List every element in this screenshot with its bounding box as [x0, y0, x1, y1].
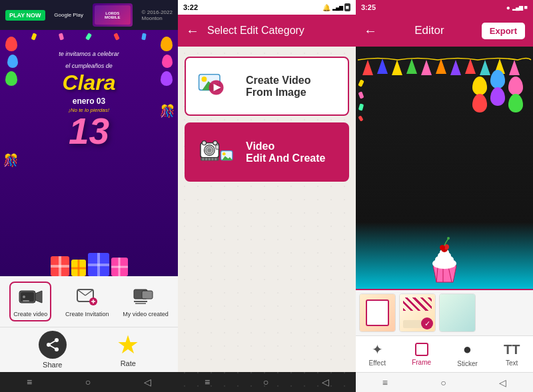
share-label: Share [43, 361, 62, 369]
effect-tool[interactable]: ✦ Effect [369, 341, 386, 367]
video-edit-icon [198, 137, 235, 167]
video-edit-create-card[interactable]: Video Edit And Create [185, 122, 349, 182]
create-invitation-label: Create Invitation [65, 311, 109, 317]
svg-line-19 [49, 345, 57, 349]
nav-back-icon[interactable]: ◁ [144, 377, 151, 387]
export-button[interactable]: Export [482, 23, 525, 39]
share-button[interactable]: Share [39, 331, 67, 369]
svg-rect-36 [211, 158, 213, 160]
ad-game-image: LORDSMOBILE [93, 3, 133, 27]
thumbnail-row [356, 289, 533, 335]
svg-line-18 [49, 340, 57, 345]
editor-top-bar: ← Editor Export [356, 15, 533, 47]
editor-canvas [356, 47, 533, 289]
video-edit-icon-box [196, 134, 236, 170]
create-video-from-image-card[interactable]: Create Video From Image [185, 57, 349, 116]
party-background [356, 47, 533, 289]
frame-tool[interactable]: Frame [412, 342, 431, 366]
category-top-bar: ← Select Edit Category [178, 15, 356, 47]
svg-marker-45 [421, 60, 432, 75]
back-button[interactable]: ← [186, 23, 199, 39]
star-icon: ★ [117, 332, 139, 357]
nav-menu-icon[interactable]: ≡ [382, 377, 388, 388]
social-row: Share ★ Rate [0, 327, 178, 372]
svg-rect-4 [23, 300, 29, 301]
my-video-button[interactable]: My video created [123, 286, 169, 317]
editor-status-icons: ● ▂▄▆ ■ [506, 4, 528, 11]
svg-marker-47 [450, 60, 461, 75]
svg-point-61 [440, 245, 445, 250]
image-video-icon [198, 71, 235, 101]
sticker-icon: ● [463, 341, 472, 358]
nav-home-icon[interactable]: ○ [440, 377, 446, 388]
my-video-label: My video created [123, 311, 169, 317]
ad-copyright: © 2016-2022Moonton [142, 9, 173, 21]
gifts-area [0, 236, 178, 276]
play-now-button[interactable]: PLAY NOW [5, 10, 45, 21]
create-video-icon [17, 286, 44, 309]
panel1-app-home: PLAY NOW Google Play LORDSMOBILE © 2016-… [0, 0, 178, 392]
editor-nav-bar: ≡ ○ ◁ [356, 372, 533, 392]
editor-battery-icon: ● [506, 4, 510, 11]
video-camera-icon [18, 287, 43, 308]
svg-rect-34 [205, 158, 207, 160]
svg-marker-42 [377, 59, 388, 74]
editor-title: Editor [414, 24, 444, 37]
editor-back-button[interactable]: ← [364, 23, 377, 39]
thumbnail-1[interactable] [359, 294, 396, 332]
editor-signal-icon: ▂▄▆ [512, 5, 522, 11]
svg-marker-41 [362, 60, 373, 75]
create-video-title-line1: Create Video [246, 75, 311, 87]
create-video-button[interactable]: Create video [9, 282, 51, 321]
svg-rect-33 [202, 158, 204, 160]
video-edit-title-line2: Edit And Create [246, 152, 325, 164]
frame-label: Frame [412, 359, 431, 366]
svg-point-3 [23, 295, 25, 298]
rate-button[interactable]: ★ Rate [117, 332, 139, 367]
decor-left: 🎊 [3, 153, 18, 168]
create-invitation-icon [74, 286, 101, 309]
sticker-tool[interactable]: ● Sticker [457, 341, 478, 367]
confetti-top [20, 33, 158, 40]
svg-point-39 [222, 152, 225, 156]
editor-battery-level: ■ [524, 4, 528, 11]
svg-line-6 [77, 290, 85, 295]
video-edit-category-text: Video Edit And Create [246, 140, 325, 164]
svg-point-29 [202, 141, 206, 145]
nav-home-icon[interactable]: ○ [85, 377, 91, 387]
birthday-card: te invitamos a celebrar el cumpleaños de… [0, 30, 178, 276]
balloon-cluster [472, 77, 523, 112]
nav-menu-icon[interactable]: ≡ [27, 377, 32, 387]
video-edit-title-line1: Video [246, 140, 325, 152]
svg-marker-48 [465, 59, 476, 74]
birthday-age: 13 [69, 113, 109, 150]
status-time: 3:22 [183, 3, 198, 11]
cupcake-svg [423, 236, 466, 286]
svg-point-62 [447, 237, 450, 240]
battery-icon: ■ [344, 3, 350, 11]
frame-icon [414, 342, 429, 357]
create-video-icon-box [196, 68, 236, 104]
balloons-right [161, 37, 173, 86]
text-tool[interactable]: TT Text [504, 342, 520, 367]
create-video-category-text: Create Video From Image [246, 75, 311, 98]
thumbnail-2[interactable] [399, 294, 436, 332]
status-icons: 🔔 ▂▄▆ ■ [322, 3, 350, 11]
signal-icon: ▂▄▆ [332, 5, 342, 11]
thumbnail-3[interactable] [439, 294, 476, 332]
action-buttons-row: Create video Create Invitation [0, 276, 178, 327]
tool-bar: ✦ Effect Frame ● Sticker TT Text [356, 335, 533, 372]
sticker-label: Sticker [457, 360, 478, 367]
create-invitation-button[interactable]: Create Invitation [65, 286, 109, 317]
panel1-nav-bar: ≡ ○ ◁ [0, 372, 178, 392]
status-bar: 3:22 🔔 ▂▄▆ ■ [178, 0, 356, 15]
nav-back-icon[interactable]: ◁ [499, 377, 506, 388]
invite-text: te invitamos a celebrar el cumpleaños de [59, 47, 119, 71]
svg-rect-63 [416, 343, 428, 355]
category-title: Select Edit Category [207, 25, 304, 37]
share-icon [39, 331, 67, 359]
svg-rect-35 [208, 158, 210, 160]
svg-rect-12 [142, 291, 153, 299]
svg-point-21 [201, 77, 207, 82]
svg-point-28 [207, 148, 211, 152]
